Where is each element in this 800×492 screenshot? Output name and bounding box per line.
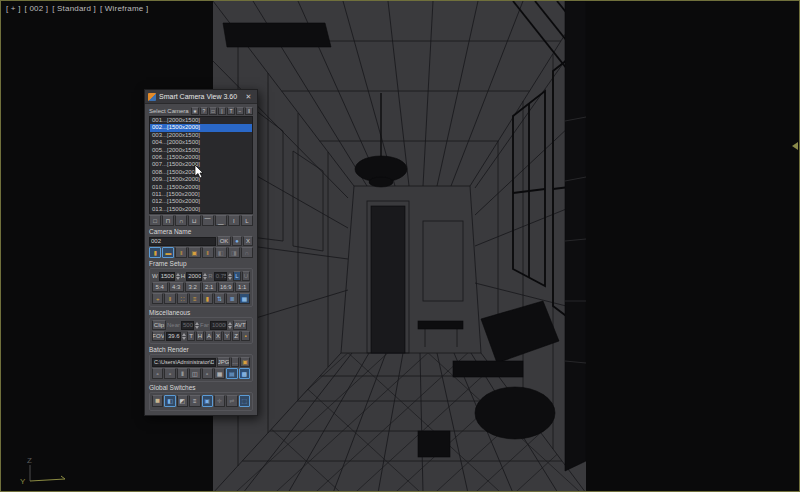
switch-checker-icon[interactable]: ◩ (177, 395, 188, 407)
frame-i-icon[interactable]: I (228, 215, 240, 226)
camera-list-item[interactable]: 001...[2000x1500] (150, 117, 252, 124)
width-field[interactable]: 1500 (159, 272, 175, 281)
bar-icon[interactable]: | (218, 107, 226, 115)
dialog-titlebar[interactable]: Smart Camera View 3.60 ✕ (145, 90, 257, 104)
frame-bottom-icon[interactable]: ⊔ (188, 215, 200, 226)
render-list-icon[interactable]: ▤ (226, 368, 237, 379)
orient-bars-icon[interactable]: ‖ (202, 247, 214, 258)
camera-list-item[interactable]: 004...[2000x1500] (150, 139, 252, 146)
fov-field[interactable]: 39.6 (166, 332, 181, 341)
ratio-spinner[interactable] (228, 272, 232, 281)
axis-y-button[interactable]: Y (223, 331, 231, 341)
lines-icon[interactable]: ≡ (189, 293, 200, 304)
axis-z-button[interactable]: Z (232, 331, 240, 341)
aspect-4-3-button[interactable]: 4:3 (169, 282, 185, 292)
camera-name-input[interactable] (149, 237, 216, 246)
render-all-icon[interactable]: ▩ (239, 368, 250, 379)
axis-h-button[interactable]: H (196, 331, 204, 341)
render-grid-icon[interactable]: ▦ (214, 368, 225, 379)
aspect-3-2-button[interactable]: 3:2 (185, 282, 201, 292)
switch-dashed-icon[interactable]: ⬚ (239, 395, 250, 407)
axis-t-button[interactable]: T (187, 331, 195, 341)
fov-spinner[interactable] (182, 332, 186, 341)
list-icon[interactable]: ≣ (226, 293, 237, 304)
camera-safe-frame[interactable] (213, 1, 586, 492)
switch-split-icon[interactable]: ◧ (164, 395, 175, 407)
browse-button[interactable]: … (231, 357, 239, 367)
switch-swap-icon[interactable]: ⇄ (226, 395, 237, 407)
frame-bottomline-icon[interactable]: ⎽ (215, 215, 227, 226)
switch-lines-icon[interactable]: ≡ (189, 395, 200, 407)
orient-grid-icon[interactable]: ▣ (188, 247, 200, 258)
render-single-icon[interactable]: ▫ (152, 368, 163, 379)
close-icon[interactable]: ✕ (243, 93, 254, 101)
wireframe-scene (213, 1, 586, 492)
format-jpg-button[interactable]: JPG (217, 357, 230, 367)
fov-button[interactable]: FOV (152, 331, 165, 341)
box-icon[interactable]: □ (209, 107, 217, 115)
frame-full-icon[interactable]: □ (149, 215, 161, 226)
lock-icon[interactable]: ▪ (241, 331, 250, 341)
render-frame-icon[interactable]: ▫ (164, 368, 175, 379)
axis-x-button[interactable]: X (214, 331, 222, 341)
clear-button[interactable]: X (243, 236, 253, 246)
camera-list-item[interactable]: 003...[2000x1500] (150, 132, 252, 139)
pause-frame-icon[interactable]: ‖ (164, 293, 175, 304)
swap-icon[interactable]: ⇅ (214, 293, 225, 304)
grid-icon[interactable]: ▦ (239, 293, 250, 304)
height-field[interactable]: 2000 (186, 272, 202, 281)
viewport-menu-general[interactable]: [ + ] (6, 4, 21, 13)
aspect-2-1-button[interactable]: 2:1 (202, 282, 218, 292)
folder-icon[interactable]: ▣ (240, 357, 250, 367)
far-spinner[interactable] (228, 321, 232, 330)
lock-l-button[interactable]: L (233, 271, 241, 281)
add-frame-icon[interactable]: + (152, 293, 163, 304)
height-spinner[interactable] (203, 272, 207, 281)
viewport-menu-pov[interactable]: [ 002 ] (25, 4, 49, 13)
orient-split-icon[interactable]: ‖ (175, 247, 187, 258)
minus-icon[interactable]: − (236, 107, 244, 115)
orient-left-icon[interactable]: ◧ (215, 247, 227, 258)
aspect-5-4-button[interactable]: 5:4 (152, 282, 168, 292)
avt-button[interactable]: AVT (233, 320, 247, 330)
render-half-icon[interactable]: ◫ (189, 368, 200, 379)
switch-region-icon[interactable]: ▣ (202, 395, 213, 407)
render-strips-icon[interactable]: ⫴ (177, 368, 188, 379)
target-icon[interactable]: T (227, 107, 235, 115)
pause-icon[interactable]: ‖ (245, 107, 253, 115)
viewport-menu-shading[interactable]: [ Wireframe ] (100, 4, 148, 13)
orient-portrait-icon[interactable]: ▮ (149, 247, 161, 258)
orient-landscape-icon[interactable]: ▬ (162, 247, 174, 258)
camera-list-item[interactable]: 011...[1500x2000] (150, 191, 252, 198)
output-path-input[interactable] (152, 358, 216, 367)
camera-list-item[interactable]: 005...[2000x1500] (150, 147, 252, 154)
width-spinner[interactable] (176, 272, 180, 281)
frame-top-icon[interactable]: ⊓ (162, 215, 174, 226)
frame-l-icon[interactable]: L (241, 215, 253, 226)
block-icon[interactable]: ▮ (202, 293, 213, 304)
aspect-1-1-button[interactable]: 1:1 (235, 282, 251, 292)
help-icon[interactable]: ? (200, 107, 208, 115)
render-box-icon[interactable]: ▫ (202, 368, 213, 379)
camera-list-item[interactable]: 010...[1500x2000] (150, 184, 252, 191)
near-spinner[interactable] (195, 321, 199, 330)
camera-list-item[interactable]: 012...[1500x2000] (150, 198, 252, 205)
frame-topline-icon[interactable]: ⎺ (202, 215, 214, 226)
axis-a-button[interactable]: A (205, 331, 213, 341)
dots-icon[interactable]: ∷ (177, 293, 188, 304)
switch-cross-icon[interactable]: ✛ (214, 395, 225, 407)
camera-list-item[interactable]: 013...[1500x2000] (150, 206, 252, 213)
viewport-menu-style[interactable]: [ Standard ] (52, 4, 96, 13)
orient-right-icon[interactable]: ◨ (228, 247, 240, 258)
camera-list-item[interactable]: 006...[1500x2000] (150, 154, 252, 161)
camera-list-item-selected[interactable]: 002...[1500x2000] (150, 124, 252, 131)
apply-icon[interactable]: ● (232, 236, 242, 246)
switch-solid-icon[interactable]: ■ (152, 395, 163, 407)
unlock-u-button[interactable]: U (242, 271, 250, 281)
clip-button[interactable]: Clip (152, 320, 166, 330)
star-icon[interactable]: ★ (191, 107, 199, 115)
aspect-16-9-button[interactable]: 16:9 (218, 282, 234, 292)
ok-button[interactable]: OK (217, 236, 231, 246)
frame-arch-icon[interactable]: ∩ (175, 215, 187, 226)
orient-arch-icon[interactable]: ∩ (241, 247, 253, 258)
